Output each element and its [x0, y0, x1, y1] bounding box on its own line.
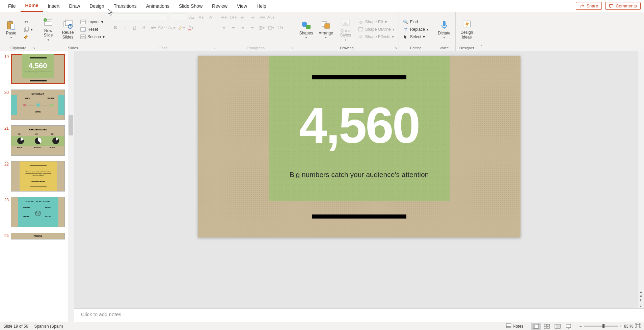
underline-button[interactable]: U [131, 24, 138, 31]
new-slide-button[interactable]: + New Slide▼ [40, 17, 57, 43]
language-status[interactable]: Spanish (Spain) [34, 324, 63, 329]
smartart-button[interactable]: ⬡▾ [277, 24, 284, 31]
numbering-button[interactable]: 1≡▾ [230, 14, 237, 21]
slide-counter[interactable]: Slide 19 of 56 [3, 324, 28, 329]
change-case-button[interactable]: Aa▾ [168, 24, 176, 31]
copy-button[interactable]: ▾ [22, 26, 34, 33]
vertical-scrollbar[interactable]: ▲ ▼ ⭱ ⭳ [638, 51, 644, 308]
dialog-launcher-icon[interactable]: ↘ [395, 46, 397, 49]
tab-draw[interactable]: Draw [64, 0, 85, 12]
text-direction-button[interactable]: A↕▾ [267, 14, 275, 21]
bold-button[interactable]: B [112, 24, 119, 31]
notes-pane[interactable]: Click to add notes [74, 308, 644, 322]
slide-canvas[interactable]: 4,560 Big numbers catch your audience's … [198, 56, 520, 237]
decrease-font-icon[interactable]: A▾ [197, 14, 205, 21]
layout-button[interactable]: Layout ▾ [79, 19, 106, 25]
thumbnail-20[interactable]: 20 STRATEGY MARS JUPITER VENUS [0, 87, 74, 123]
collapse-ribbon-button[interactable]: ˄ [478, 12, 485, 51]
thumbnail-19[interactable]: 19 4,560 Big numbers catch your audience… [0, 51, 74, 87]
normal-view-button[interactable] [531, 323, 541, 330]
thumbnail-22[interactable]: 22 "This is a quote, words full of wisdo… [0, 158, 74, 194]
arrange-button[interactable]: Arrange▼ [317, 19, 334, 40]
zoom-out-button[interactable]: − [580, 324, 582, 329]
char-spacing-button[interactable]: AV↔ [159, 24, 166, 31]
font-size-combo[interactable] [171, 14, 186, 21]
thumbnail-panel[interactable]: 19 4,560 Big numbers catch your audience… [0, 51, 74, 322]
tab-animations[interactable]: Animations [141, 0, 174, 12]
thumb-scrollbar[interactable] [68, 51, 74, 322]
decrease-indent-button[interactable]: ⇤ [239, 14, 246, 21]
clear-format-icon[interactable]: A̶ [207, 14, 214, 21]
replace-button[interactable]: Replace ▾ [402, 26, 430, 33]
shape-outline-button[interactable]: Shape Outline ▾ [357, 26, 396, 33]
format-painter-button[interactable] [22, 33, 34, 40]
scroll-down-icon[interactable]: ▼ [639, 295, 643, 298]
new-slide-label: New Slide [44, 29, 53, 38]
slideshow-view-button[interactable] [563, 323, 573, 330]
group-label-designer: Designer [458, 45, 475, 50]
tab-design[interactable]: Design [85, 0, 109, 12]
cut-button[interactable]: ✂ [22, 19, 34, 25]
align-right-button[interactable]: ≡ [239, 24, 246, 31]
justify-button[interactable]: ≣ [248, 24, 256, 31]
highlight-button[interactable]: ▾ [178, 24, 185, 31]
sorter-view-button[interactable] [542, 323, 552, 330]
zoom-in-button[interactable]: + [620, 324, 622, 329]
reading-view-button[interactable] [553, 323, 563, 330]
italic-button[interactable]: I [121, 24, 129, 31]
svg-rect-4 [25, 27, 28, 31]
align-center-button[interactable]: ≣ [230, 24, 237, 31]
tab-file[interactable]: File [3, 0, 21, 12]
section-icon [80, 34, 86, 40]
shape-effects-button[interactable]: Shape Effects ▾ [357, 33, 396, 40]
quick-styles-button[interactable]: Quick Styles▼ [337, 17, 354, 43]
reset-button[interactable]: Reset [79, 26, 106, 33]
svg-rect-44 [636, 324, 640, 327]
increase-font-icon[interactable]: A▴ [188, 14, 195, 21]
tab-insert[interactable]: Insert [43, 0, 64, 12]
subtitle-text[interactable]: Big numbers catch your audience's attent… [198, 171, 520, 179]
dialog-launcher-icon[interactable]: ↘ [33, 46, 35, 49]
find-button[interactable]: 🔍Find [402, 19, 430, 25]
strike-button[interactable]: ab [150, 24, 157, 31]
shapes-button[interactable]: Shapes▼ [298, 19, 315, 40]
comments-button[interactable]: Comments [605, 2, 641, 10]
increase-indent-button[interactable]: ⇥ [248, 14, 256, 21]
thumbnail-23[interactable]: 23 PRODUCT DESCRIPTION MERCURY JUPITER S… [0, 194, 74, 230]
align-left-button[interactable]: ≡ [220, 24, 227, 31]
dialog-launcher-icon[interactable]: ↘ [291, 46, 293, 49]
reuse-slides-button[interactable]: Reuse Slides [59, 18, 76, 41]
tab-view[interactable]: View [232, 0, 252, 12]
tab-transitions[interactable]: Transitions [109, 0, 141, 12]
bullets-button[interactable]: •≡▾ [220, 14, 227, 21]
thumbnail-24[interactable]: 24 PRICING [0, 230, 74, 242]
big-number-text[interactable]: 4,560 [198, 96, 520, 155]
thumbnail-21[interactable]: 21 PERCENTAGES 45% 60% 20% MARS JUPITER … [0, 123, 74, 158]
scroll-up-icon[interactable]: ▲ [639, 290, 643, 294]
tab-slideshow[interactable]: Slide Show [174, 0, 207, 12]
share-button[interactable]: Share [576, 2, 602, 10]
paste-icon [6, 20, 17, 30]
prev-slide-icon[interactable]: ⭱ [639, 299, 643, 303]
zoom-percent[interactable]: 83 % [624, 324, 633, 329]
shadow-button[interactable]: S [140, 24, 147, 31]
dictate-button[interactable]: Dictate▼ [436, 19, 453, 40]
next-slide-icon[interactable]: ⭳ [639, 303, 643, 307]
line-spacing-button[interactable]: ↕≡▾ [258, 14, 265, 21]
columns-button[interactable]: ▥▾ [258, 24, 265, 31]
notes-toggle[interactable]: Notes [505, 323, 525, 330]
tab-review[interactable]: Review [207, 0, 232, 12]
select-button[interactable]: Select ▾ [402, 33, 430, 40]
tab-home[interactable]: Home [21, 0, 43, 12]
tab-help[interactable]: Help [252, 0, 271, 12]
dialog-launcher-icon[interactable]: ↘ [213, 46, 216, 49]
shape-fill-button[interactable]: Shape Fill ▾ [357, 19, 396, 25]
align-text-button[interactable]: ⬚▾ [267, 24, 275, 31]
design-ideas-button[interactable]: Design Ideas [458, 18, 475, 41]
fit-window-button[interactable] [635, 323, 641, 329]
paste-button[interactable]: Paste ▼ [3, 19, 20, 40]
font-color-button[interactable]: A▾ [187, 24, 195, 31]
section-button[interactable]: Section ▾ [79, 33, 106, 40]
zoom-slider[interactable] [584, 326, 618, 327]
font-family-combo[interactable] [112, 14, 167, 21]
